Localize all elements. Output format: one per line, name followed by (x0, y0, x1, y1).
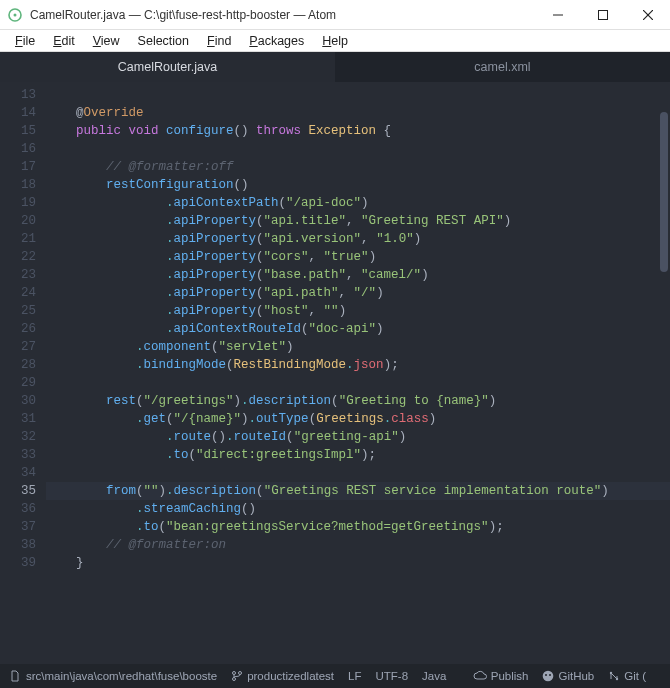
status-github[interactable]: GitHub (542, 670, 594, 682)
file-icon (10, 670, 22, 682)
cloud-icon (473, 670, 487, 682)
menu-packages[interactable]: Packages (240, 32, 313, 50)
line-number: 13 (0, 86, 36, 104)
line-number: 16 (0, 140, 36, 158)
git-icon (608, 670, 620, 682)
close-button[interactable] (625, 0, 670, 30)
statusbar: src\main\java\com\redhat\fuse\booste pro… (0, 664, 670, 688)
line-number: 38 (0, 536, 36, 554)
code-area[interactable]: @Override public void configure() throws… (46, 82, 670, 664)
tab-label: CamelRouter.java (118, 60, 217, 74)
tab-inactive[interactable]: camel.xml (335, 52, 670, 82)
menu-edit[interactable]: Edit (44, 32, 84, 50)
code-line[interactable]: .component("servlet") (46, 338, 670, 356)
code-line[interactable]: .apiProperty("api.version", "1.0") (46, 230, 670, 248)
app-icon (0, 7, 30, 23)
line-number: 29 (0, 374, 36, 392)
svg-point-6 (233, 672, 236, 675)
code-line[interactable]: .apiProperty("api.title", "Greeting REST… (46, 212, 670, 230)
line-number: 19 (0, 194, 36, 212)
code-line[interactable]: .route().routeId("greeting-api") (46, 428, 670, 446)
code-line[interactable] (46, 374, 670, 392)
code-line[interactable]: .apiProperty("api.path", "/") (46, 284, 670, 302)
svg-point-1 (14, 13, 17, 16)
line-number: 28 (0, 356, 36, 374)
status-encoding[interactable]: UTF-8 (376, 670, 409, 682)
line-number: 18 (0, 176, 36, 194)
code-line[interactable]: .streamCaching() (46, 500, 670, 518)
code-line[interactable]: rest("/greetings").description("Greeting… (46, 392, 670, 410)
line-number: 25 (0, 302, 36, 320)
menubar: File Edit View Selection Find Packages H… (0, 30, 670, 52)
status-eol[interactable]: LF (348, 670, 361, 682)
window-titlebar: CamelRouter.java — C:\git\fuse-rest-http… (0, 0, 670, 30)
tab-label: camel.xml (474, 60, 530, 74)
code-line[interactable]: @Override (46, 104, 670, 122)
code-line[interactable]: .to("direct:greetingsImpl"); (46, 446, 670, 464)
line-number: 15 (0, 122, 36, 140)
line-number: 22 (0, 248, 36, 266)
code-line[interactable]: .to("bean:greetingsService?method=getGre… (46, 518, 670, 536)
github-icon (542, 670, 554, 682)
line-number: 37 (0, 518, 36, 536)
code-line[interactable]: .bindingMode(RestBindingMode.json); (46, 356, 670, 374)
line-number: 31 (0, 410, 36, 428)
status-git[interactable]: Git ( (608, 670, 646, 682)
editor[interactable]: 1314151617181920212223242526272829303132… (0, 82, 670, 664)
branch-icon (231, 670, 243, 682)
line-number: 24 (0, 284, 36, 302)
line-gutter: 1314151617181920212223242526272829303132… (0, 82, 46, 664)
code-line[interactable]: // @formatter:off (46, 158, 670, 176)
line-number: 30 (0, 392, 36, 410)
code-line[interactable]: public void configure() throws Exception… (46, 122, 670, 140)
svg-point-7 (233, 678, 236, 681)
status-publish[interactable]: Publish (473, 670, 529, 682)
code-line[interactable]: .apiProperty("base.path", "camel/") (46, 266, 670, 284)
line-number: 17 (0, 158, 36, 176)
line-number: 34 (0, 464, 36, 482)
code-line[interactable] (46, 86, 670, 104)
vertical-scrollbar-track[interactable] (658, 82, 670, 664)
svg-point-12 (610, 672, 612, 674)
svg-point-9 (543, 671, 554, 682)
line-number: 35 (0, 482, 36, 500)
code-line[interactable]: .apiProperty("cors", "true") (46, 248, 670, 266)
svg-point-10 (545, 674, 547, 676)
svg-point-13 (616, 678, 618, 680)
code-line[interactable]: .apiContextPath("/api-doc") (46, 194, 670, 212)
code-line[interactable]: } (46, 554, 670, 572)
code-line[interactable]: .get("/{name}").outType(Greetings.class) (46, 410, 670, 428)
code-line[interactable]: from("").description("Greetings REST ser… (46, 482, 670, 500)
svg-point-8 (239, 672, 242, 675)
code-line[interactable]: .apiProperty("host", "") (46, 302, 670, 320)
menu-help[interactable]: Help (313, 32, 357, 50)
line-number: 39 (0, 554, 36, 572)
tab-active[interactable]: CamelRouter.java (0, 52, 335, 82)
menu-selection[interactable]: Selection (129, 32, 198, 50)
code-line[interactable]: .apiContextRouteId("doc-api") (46, 320, 670, 338)
tabbar: CamelRouter.java camel.xml (0, 52, 670, 82)
code-line[interactable]: restConfiguration() (46, 176, 670, 194)
svg-point-11 (549, 674, 551, 676)
svg-rect-3 (598, 10, 607, 19)
menu-find[interactable]: Find (198, 32, 240, 50)
line-number: 23 (0, 266, 36, 284)
code-line[interactable] (46, 140, 670, 158)
line-number: 36 (0, 500, 36, 518)
line-number: 33 (0, 446, 36, 464)
maximize-button[interactable] (580, 0, 625, 30)
line-number: 27 (0, 338, 36, 356)
line-number: 14 (0, 104, 36, 122)
code-line[interactable]: // @formatter:on (46, 536, 670, 554)
vertical-scrollbar-thumb[interactable] (660, 112, 668, 272)
minimize-button[interactable] (535, 0, 580, 30)
line-number: 32 (0, 428, 36, 446)
status-path[interactable]: src\main\java\com\redhat\fuse\booste (10, 670, 217, 682)
status-grammar[interactable]: Java (422, 670, 446, 682)
line-number: 20 (0, 212, 36, 230)
menu-view[interactable]: View (84, 32, 129, 50)
status-branch[interactable]: productizedlatest (231, 670, 334, 682)
code-line[interactable] (46, 464, 670, 482)
menu-file[interactable]: File (6, 32, 44, 50)
line-number: 21 (0, 230, 36, 248)
